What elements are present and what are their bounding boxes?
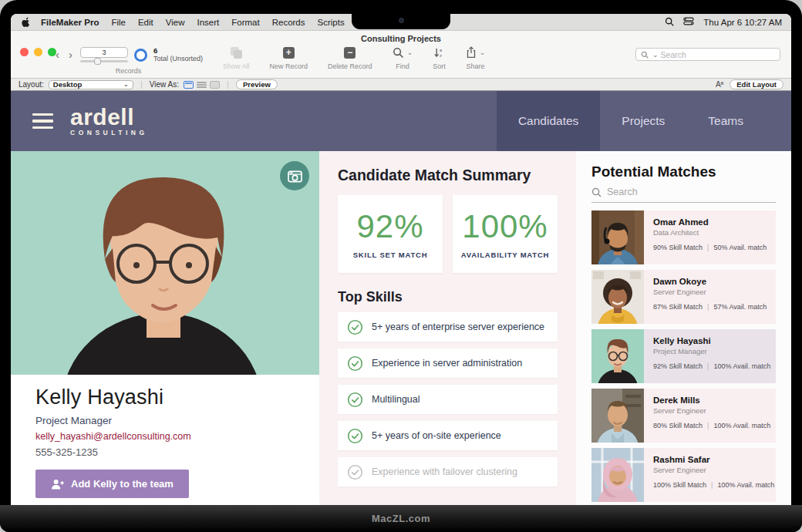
- view-as-table-icon[interactable]: [210, 81, 220, 89]
- records-caption: Records: [116, 67, 142, 75]
- hamburger-menu-icon[interactable]: [32, 113, 53, 130]
- person-add-icon: [51, 479, 64, 490]
- match-name: Derek Mills: [653, 396, 776, 405]
- match-card-omar-ahmed[interactable]: Omar Ahmed Data Architect 90% Skill Matc…: [591, 210, 776, 264]
- layout-bar: Layout: Desktop ⌄ View As: Preview Aª Ed…: [11, 79, 791, 91]
- sort-button[interactable]: az Sort: [433, 45, 446, 70]
- preview-button[interactable]: Preview: [236, 79, 278, 89]
- edit-layout-button[interactable]: Edit Layout: [730, 79, 783, 89]
- screen: FileMaker Pro File Edit View Insert Form…: [11, 14, 791, 505]
- match-card-dawn-okoye[interactable]: Dawn Okoye Server Engineer 87% Skill Mat…: [591, 270, 776, 324]
- check-circle-icon: [347, 319, 363, 335]
- menu-insert[interactable]: Insert: [197, 18, 220, 27]
- skill-set-match-value: 92%: [356, 210, 423, 244]
- menu-records[interactable]: Records: [272, 18, 305, 27]
- availability-match-card: 100% AVAILABILITY MATCH: [453, 195, 558, 273]
- layout-dropdown[interactable]: Desktop ⌄: [49, 80, 133, 89]
- show-all-button[interactable]: Show All: [223, 45, 250, 70]
- match-name: Dawn Okoye: [653, 277, 776, 286]
- top-skills-title: Top Skills: [338, 289, 558, 305]
- record-slider-track[interactable]: [80, 60, 128, 62]
- camera-icon: [288, 170, 302, 183]
- view-as-list-icon[interactable]: [197, 81, 207, 89]
- check-circle-icon: [347, 428, 363, 444]
- new-record-button[interactable]: + New Record: [270, 45, 308, 70]
- change-photo-button[interactable]: [280, 161, 309, 190]
- svg-text:z: z: [440, 53, 442, 58]
- candidate-email-link[interactable]: kelly_hayashi@ardellconsulting.com: [35, 431, 295, 442]
- brand-tagline: CONSULTING: [70, 129, 148, 136]
- match-role: Project Manager: [653, 347, 776, 355]
- menu-view[interactable]: View: [166, 18, 185, 27]
- view-as-form-icon[interactable]: [184, 81, 194, 89]
- candidate-name: Kelly Hayashi: [35, 386, 295, 409]
- menu-file[interactable]: File: [111, 18, 126, 27]
- match-card-derek-mills[interactable]: Derek Mills Server Engineer 80% Skill Ma…: [591, 389, 776, 443]
- current-record-field[interactable]: 3: [80, 47, 128, 58]
- potential-matches-panel: Potential Matches Omar Ahmed Data Archit…: [576, 151, 791, 505]
- record-slider-handle[interactable]: [94, 58, 101, 65]
- matches-search-input[interactable]: [607, 187, 776, 197]
- match-name: Omar Ahmed: [653, 217, 776, 227]
- candidate-profile-panel: Kelly Hayashi Project Manager kelly_haya…: [11, 151, 319, 505]
- find-button[interactable]: ⌄ Find: [393, 45, 413, 70]
- check-circle-icon-gray: [347, 464, 363, 480]
- share-dropdown-chevron-icon: ⌄: [480, 49, 486, 56]
- tab-candidates[interactable]: Candidates: [497, 91, 600, 151]
- menu-clock[interactable]: Thu Apr 6 10:27 AM: [703, 18, 782, 27]
- total-sub-label: Total (Unsorted): [153, 55, 203, 62]
- match-role: Server Engineer: [653, 288, 776, 296]
- records-navigation-group: ‹ › 3 6 Total (Unsorted) Records: [54, 45, 203, 75]
- match-role: Server Engineer: [653, 466, 776, 474]
- total-count: 6: [153, 47, 203, 55]
- share-button[interactable]: ⌄ Share: [466, 45, 486, 70]
- toolbar-search-input[interactable]: [661, 50, 775, 59]
- skill-row-unchecked: Experience with failover clustering: [338, 457, 558, 487]
- laptop-notch: [352, 11, 450, 29]
- menu-format[interactable]: Format: [231, 18, 259, 27]
- show-all-icon: [231, 47, 242, 59]
- app-navbar: ardell CONSULTING Candidates Projects Te…: [11, 91, 791, 151]
- close-window-button[interactable]: [20, 48, 29, 56]
- add-to-team-button[interactable]: Add Kelly to the team: [35, 470, 189, 498]
- match-card-kelly-hayashi[interactable]: Kelly Hayashi Project Manager 92% Skill …: [591, 329, 776, 383]
- share-icon: [466, 46, 477, 59]
- view-as-label: View As:: [150, 80, 179, 89]
- potential-matches-title: Potential Matches: [591, 163, 776, 180]
- nav-tabs: Candidates Projects Teams: [497, 91, 765, 151]
- skill-row: Multilingual: [338, 385, 558, 414]
- svg-text:a: a: [440, 47, 443, 52]
- watermark-text: MacZL.com: [372, 513, 430, 524]
- match-avatar: [591, 210, 644, 264]
- tab-teams[interactable]: Teams: [686, 91, 765, 151]
- new-record-icon: +: [283, 47, 295, 59]
- match-card-rashmi-safar[interactable]: Rashmi Safar Server Engineer 100% Skill …: [591, 448, 776, 502]
- zoom-window-button[interactable]: [48, 48, 56, 56]
- toolbar-search-box[interactable]: ⌄: [635, 48, 780, 61]
- check-circle-icon: [347, 355, 363, 372]
- tab-projects[interactable]: Projects: [600, 91, 686, 151]
- minimize-window-button[interactable]: [34, 48, 42, 56]
- formatting-bar-icon[interactable]: Aª: [716, 80, 723, 89]
- match-name: Kelly Hayashi: [653, 336, 776, 345]
- search-icon: [591, 187, 602, 197]
- record-slider[interactable]: 3: [80, 47, 128, 62]
- match-summary-panel: Candidate Match Summary 92% SKILL SET MA…: [319, 151, 576, 505]
- menu-app-name[interactable]: FileMaker Pro: [41, 18, 99, 27]
- control-center-icon[interactable]: [683, 17, 694, 27]
- apple-logo-icon[interactable]: [20, 16, 30, 28]
- match-stats: 80% Skill Match | 100% Avail. match: [653, 422, 776, 429]
- delete-record-button[interactable]: − Delete Record: [328, 45, 372, 70]
- laptop-frame: FileMaker Pro File Edit View Insert Form…: [0, 0, 802, 532]
- spotlight-search-icon[interactable]: [665, 17, 674, 28]
- found-set-pie-icon[interactable]: [134, 49, 147, 62]
- menu-scripts[interactable]: Scripts: [318, 18, 345, 27]
- score-cards: 92% SKILL SET MATCH 100% AVAILABILITY MA…: [338, 195, 558, 273]
- matches-search-box[interactable]: [591, 180, 776, 203]
- webcam-icon: [399, 18, 404, 23]
- next-record-button[interactable]: ›: [67, 47, 74, 62]
- layout-dropdown-chevron-icon: ⌄: [123, 81, 129, 88]
- menu-edit[interactable]: Edit: [138, 18, 153, 27]
- skill-set-match-label: SKILL SET MATCH: [353, 251, 428, 259]
- filemaker-window-chrome: Consulting Projects ‹ › 3: [11, 31, 791, 79]
